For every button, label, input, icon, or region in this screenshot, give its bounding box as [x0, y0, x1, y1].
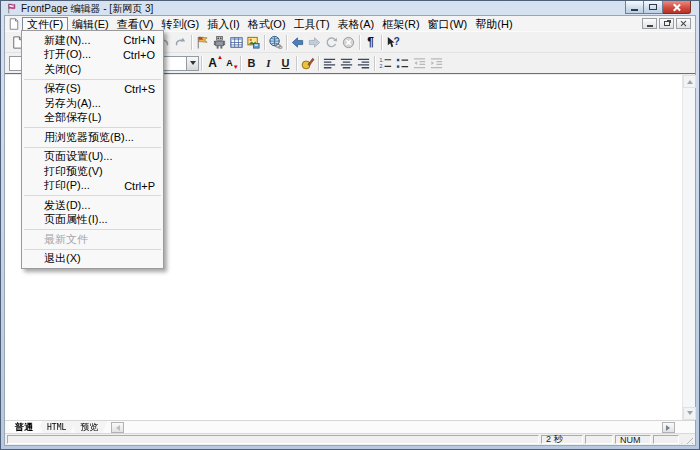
menubar-item-edit[interactable]: 编辑(E): [68, 17, 113, 31]
menu-item-page-properties[interactable]: 页面属性(I)...: [22, 213, 163, 228]
toolbar-separator: [240, 56, 241, 71]
decrease-text-size-icon: A▼: [226, 58, 233, 68]
menu-item-preview-in-browser[interactable]: 用浏览器预览(B)...: [22, 130, 163, 145]
insert-table-button[interactable]: [228, 34, 245, 51]
minimize-button[interactable]: [625, 1, 644, 14]
menubar-item-view[interactable]: 查看(V): [113, 17, 158, 31]
tab-preview-label: 预览: [80, 421, 98, 434]
menu-item-exit[interactable]: 退出(X): [22, 252, 163, 267]
scroll-up-button[interactable]: [683, 75, 696, 88]
text-color-button[interactable]: [299, 55, 316, 72]
underline-icon: U: [282, 57, 290, 69]
menu-item-close[interactable]: 关闭(C): [22, 62, 163, 77]
document-system-icon[interactable]: [8, 18, 20, 30]
hscroll-right-button[interactable]: [662, 422, 675, 433]
menubar-item-window[interactable]: 窗口(W): [424, 17, 472, 31]
bulleted-list-button[interactable]: [394, 55, 411, 72]
menu-separator: [24, 195, 161, 196]
toolbar-separator: [264, 35, 265, 50]
paragraph-mark-icon: ¶: [367, 35, 374, 49]
align-right-button[interactable]: [355, 55, 372, 72]
vertical-scrollbar[interactable]: [682, 75, 695, 420]
svg-text:1.: 1.: [379, 56, 383, 62]
numbered-list-button[interactable]: 1.2.: [377, 55, 394, 72]
toolbar-separator: [318, 56, 319, 71]
hscroll-left-button[interactable]: [111, 422, 124, 433]
help-arrow-icon: ?: [385, 35, 400, 50]
menu-item-open[interactable]: 打开(O)...Ctrl+O: [22, 48, 163, 63]
menu-item-save-as[interactable]: 另存为(A)...: [22, 96, 163, 111]
mdi-restore-button[interactable]: [659, 18, 674, 29]
refresh-icon: [324, 35, 339, 50]
forward-button[interactable]: [306, 34, 323, 51]
italic-icon: I: [266, 57, 270, 69]
resize-grip[interactable]: [681, 435, 693, 444]
toolbar-separator: [201, 56, 202, 71]
menu-item-new[interactable]: 新建(N)...Ctrl+N: [22, 33, 163, 48]
align-right-icon: [356, 56, 371, 71]
align-center-button[interactable]: [338, 55, 355, 72]
menu-item-print[interactable]: 打印(P)...Ctrl+P: [22, 179, 163, 194]
menu-item-save-all[interactable]: 全部保存(L): [22, 111, 163, 126]
caption-buttons: [625, 1, 691, 14]
file-menu-dropdown: 新建(N)...Ctrl+N 打开(O)...Ctrl+O 关闭(C) 保存(S…: [21, 30, 164, 269]
tab-preview[interactable]: 预览: [71, 421, 107, 433]
show-todo-list-button[interactable]: [211, 34, 228, 51]
increase-indent-icon: [429, 56, 444, 71]
status-numlock: NUM: [615, 435, 651, 444]
menu-item-page-setup[interactable]: 页面设置(U)...: [22, 150, 163, 165]
back-button[interactable]: [289, 34, 306, 51]
maximize-button[interactable]: [644, 1, 663, 14]
status-cell-empty: [653, 435, 679, 444]
menubar-item-go[interactable]: 转到(G): [157, 17, 203, 31]
toolbar-separator: [381, 35, 382, 50]
help-button[interactable]: ?: [384, 34, 401, 51]
menu-item-save[interactable]: 保存(S)Ctrl+S: [22, 82, 163, 97]
show-frontpage-explorer-button[interactable]: [194, 34, 211, 51]
titlebar[interactable]: FrontPage 编辑器 - [新网页 3]: [1, 1, 699, 15]
tab-html[interactable]: HTML: [38, 421, 75, 433]
align-left-icon: [322, 56, 337, 71]
scroll-down-button[interactable]: [683, 407, 696, 420]
status-message-cell: [7, 435, 539, 444]
toolbar-separator: [359, 35, 360, 50]
menubar-item-insert[interactable]: 插入(I): [203, 17, 243, 31]
italic-button[interactable]: I: [260, 55, 277, 72]
bold-button[interactable]: B: [243, 55, 260, 72]
menubar-item-frame[interactable]: 框架(R): [378, 17, 423, 31]
underline-button[interactable]: U: [277, 55, 294, 72]
redo-button[interactable]: [172, 34, 189, 51]
mdi-window-controls: [642, 18, 693, 29]
numbered-list-icon: 1.2.: [378, 56, 393, 71]
view-tab-bar: 普通 HTML 预览: [5, 420, 695, 433]
show-paragraph-marks-button[interactable]: ¶: [362, 34, 379, 51]
create-hyperlink-button[interactable]: [267, 34, 284, 51]
insert-image-button[interactable]: [245, 34, 262, 51]
decrease-text-size-button[interactable]: A▼: [221, 55, 238, 72]
close-button[interactable]: [663, 1, 691, 14]
menu-item-send[interactable]: 发送(D)...: [22, 198, 163, 213]
tab-normal[interactable]: 普通: [6, 421, 42, 433]
decrease-indent-button[interactable]: [411, 55, 428, 72]
menubar-item-format[interactable]: 格式(O): [244, 17, 290, 31]
mdi-close-button[interactable]: [676, 18, 691, 29]
close-icon: [672, 3, 681, 12]
font-combo-dropdown-button[interactable]: [186, 57, 198, 70]
menu-item-print-preview[interactable]: 打印预览(V): [22, 164, 163, 179]
menubar-item-help[interactable]: 帮助(H): [471, 17, 516, 31]
text-color-icon: [300, 56, 315, 71]
decrease-indent-icon: [412, 56, 427, 71]
refresh-button[interactable]: [323, 34, 340, 51]
stop-button[interactable]: [340, 34, 357, 51]
align-center-icon: [339, 56, 354, 71]
align-left-button[interactable]: [321, 55, 338, 72]
maximize-icon: [649, 4, 657, 10]
menubar-item-file[interactable]: 文件(F): [22, 17, 68, 31]
menubar-item-table[interactable]: 表格(A): [334, 17, 379, 31]
menubar-item-tools[interactable]: 工具(T): [290, 17, 334, 31]
mdi-minimize-button[interactable]: [642, 18, 657, 29]
increase-indent-button[interactable]: [428, 55, 445, 72]
toolbar-separator: [296, 56, 297, 71]
increase-text-size-button[interactable]: A▲: [204, 55, 221, 72]
horizontal-scrollbar-track[interactable]: [124, 421, 658, 433]
